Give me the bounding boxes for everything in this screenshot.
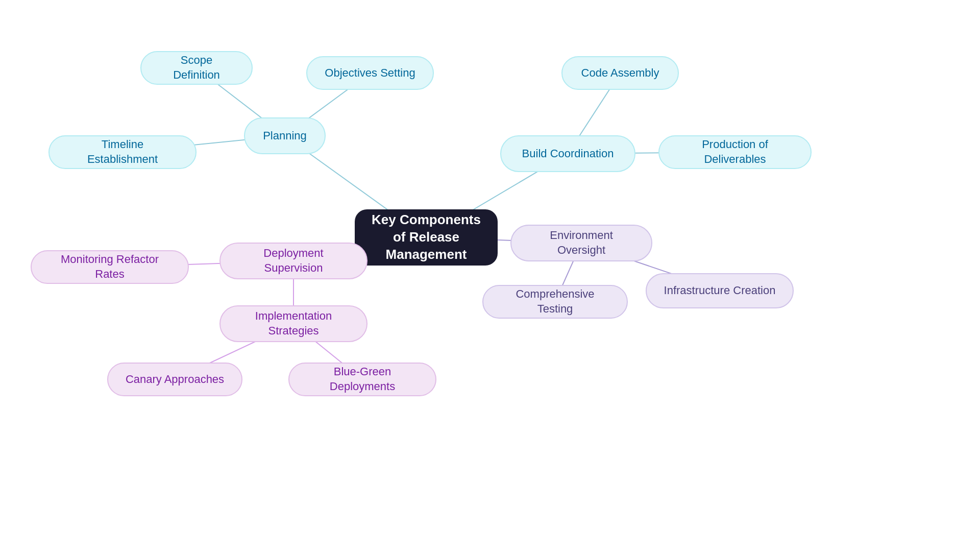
deployment-supervision-node: Deployment Supervision bbox=[219, 243, 368, 279]
environment-oversight-node: Environment Oversight bbox=[510, 225, 652, 261]
comprehensive-testing-node: Comprehensive Testing bbox=[482, 285, 628, 319]
blue-green-deployments-node: Blue-Green Deployments bbox=[288, 363, 436, 396]
canary-approaches-node: Canary Approaches bbox=[107, 363, 242, 396]
build-coordination-node: Build Coordination bbox=[500, 135, 635, 172]
scope-definition-node: Scope Definition bbox=[140, 51, 253, 85]
objectives-setting-node: Objectives Setting bbox=[306, 56, 434, 90]
monitoring-refactor-rates-node: Monitoring Refactor Rates bbox=[31, 250, 189, 284]
planning-node: Planning bbox=[244, 117, 326, 154]
implementation-strategies-node: Implementation Strategies bbox=[219, 305, 368, 342]
production-deliverables-node: Production of Deliverables bbox=[658, 135, 812, 169]
timeline-establishment-node: Timeline Establishment bbox=[48, 135, 197, 169]
infrastructure-creation-node: Infrastructure Creation bbox=[646, 273, 794, 308]
code-assembly-node: Code Assembly bbox=[561, 56, 679, 90]
center-node: Key Components of Release Management bbox=[355, 209, 498, 266]
